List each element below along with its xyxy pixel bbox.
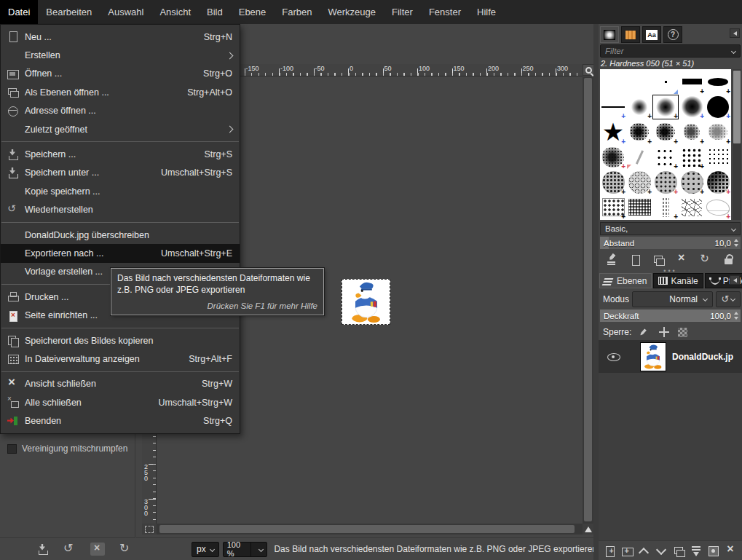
menu-ansicht[interactable]: Ansicht: [151, 0, 199, 24]
navigation-preview-button[interactable]: [583, 524, 593, 535]
edit-brush-icon[interactable]: [606, 253, 618, 266]
vertical-scrollbar[interactable]: [583, 76, 593, 524]
brush-solid[interactable]: +: [705, 95, 731, 120]
spacing-slider[interactable]: Abstand 10,0: [600, 237, 741, 249]
menu-item-speichern-unter[interactable]: Speichern unter ...Umschalt+Strg+S: [1, 164, 240, 182]
menu-farben[interactable]: Farben: [274, 0, 320, 24]
help-tab[interactable]: [663, 26, 682, 43]
lock-position-icon[interactable]: [659, 327, 669, 337]
new-layer-icon[interactable]: [604, 545, 616, 557]
menu-item-exportieren-nach[interactable]: Exportieren nach ...Umschalt+Strg+E: [1, 244, 240, 262]
brush-scatter1[interactable]: +: [652, 145, 679, 170]
mode-dropdown[interactable]: Normal: [632, 291, 713, 307]
menu-fenster[interactable]: Fenster: [421, 0, 469, 24]
menu-item-als-ebenen-öffnen[interactable]: Als Ebenen öffnen ...Strg+Alt+O: [1, 83, 240, 101]
menu-item-in-dateiverwaltung-anzeigen[interactable]: In Dateiverwaltung anzeigenStrg+Alt+F: [1, 350, 240, 368]
menu-werkzeuge[interactable]: Werkzeuge: [320, 0, 384, 24]
brush-twigs[interactable]: [679, 195, 705, 221]
menu-item-zuletzt-geöffnet[interactable]: Zuletzt geöffnet: [1, 120, 240, 138]
menu-auswahl[interactable]: Auswahl: [100, 0, 151, 24]
layer-thumbnail[interactable]: [640, 342, 666, 371]
menu-item-kopie-speichern[interactable]: Kopie speichern ...: [1, 182, 240, 200]
brush-soft2-selected[interactable]: +: [652, 95, 679, 120]
horizontal-scrollbar[interactable]: [157, 524, 583, 535]
brush-blob[interactable]: +: [600, 145, 626, 170]
brush-animal[interactable]: +: [705, 195, 731, 221]
shrink-merged-option[interactable]: Vereinigung mitschrumpfen: [7, 443, 127, 454]
spinner-icon[interactable]: [734, 312, 738, 320]
menu-item-beenden[interactable]: BeendenStrg+Q: [1, 411, 240, 430]
brush-square2[interactable]: [626, 195, 652, 221]
zoom-follow-window-button[interactable]: [583, 64, 594, 76]
canvas-image-donaldduck[interactable]: [342, 279, 390, 325]
spinner-icon[interactable]: [734, 239, 738, 247]
add-layer-mask-icon[interactable]: [707, 545, 719, 557]
merge-down-icon[interactable]: [690, 545, 703, 557]
brush-splat3[interactable]: +: [679, 119, 705, 145]
menu-item-speichern[interactable]: Speichern ...Strg+S: [1, 145, 240, 163]
duplicate-brush-icon[interactable]: [652, 253, 665, 266]
brushes-tab[interactable]: [600, 26, 619, 43]
open-brush-as-image-icon[interactable]: [722, 253, 735, 266]
new-brush-icon[interactable]: [629, 253, 642, 266]
brush-cell1[interactable]: +: [600, 170, 626, 195]
layer-name[interactable]: DonaldDuck.jp: [672, 352, 733, 362]
dock-menu-button[interactable]: [730, 28, 740, 38]
menu-filter[interactable]: Filter: [384, 0, 421, 24]
menu-item-wiederherstellen[interactable]: Wiederherstellen: [1, 201, 240, 219]
fonts-tab[interactable]: [642, 26, 661, 43]
brush-cell2[interactable]: +: [626, 170, 652, 195]
mode-switch-button[interactable]: ↺: [716, 291, 741, 307]
brush-scatter3[interactable]: [705, 145, 731, 170]
new-layer-group-icon[interactable]: [621, 545, 634, 557]
checkbox-icon[interactable]: [7, 444, 17, 454]
brush-dot[interactable]: [652, 69, 679, 95]
menu-ebene[interactable]: Ebene: [231, 0, 275, 24]
raise-layer-icon[interactable]: [638, 545, 650, 557]
menu-item-adresse-öffnen[interactable]: Adresse öffnen ...: [1, 102, 240, 120]
menu-item-öffnen[interactable]: Öffnen ...Strg+O: [1, 65, 240, 83]
lower-layer-icon[interactable]: [655, 545, 668, 557]
patterns-tab[interactable]: [621, 26, 640, 43]
brush-splat2[interactable]: +: [652, 119, 679, 145]
brush-soft3[interactable]: +: [679, 95, 705, 120]
visibility-eye-icon[interactable]: [607, 352, 620, 361]
lock-pixels-icon[interactable]: [640, 327, 650, 337]
zoom-dropdown[interactable]: 100 %: [223, 542, 268, 557]
brush-cell3[interactable]: +: [652, 170, 679, 195]
brush-star[interactable]: +: [600, 119, 626, 145]
brush-soft1[interactable]: +: [626, 95, 652, 120]
dock-divider[interactable]: [593, 24, 599, 560]
menu-datei[interactable]: Datei: [0, 0, 38, 24]
brush-square1[interactable]: +: [600, 195, 626, 221]
brush-scatter2[interactable]: +: [679, 145, 705, 170]
brush-ellipse[interactable]: +: [705, 69, 731, 95]
brush-empty[interactable]: [600, 69, 626, 95]
unit-dropdown[interactable]: px: [192, 542, 219, 557]
opacity-slider[interactable]: Deckkraft 100,0: [600, 309, 741, 322]
brush-stroke[interactable]: [626, 145, 652, 170]
delete-layer-icon[interactable]: [725, 545, 737, 557]
lock-alpha-icon[interactable]: [678, 328, 687, 337]
brush-cell5[interactable]: +: [705, 170, 731, 195]
brush-grid-scrollbar[interactable]: [733, 69, 741, 220]
menu-bearbeiten[interactable]: Bearbeiten: [38, 0, 100, 24]
delete-tool-preset-icon[interactable]: [90, 543, 105, 556]
restore-tool-preset-icon[interactable]: [63, 543, 76, 556]
brush-cell4[interactable]: +: [679, 170, 705, 195]
refresh-brushes-icon[interactable]: [699, 253, 711, 266]
brush-bar[interactable]: +: [679, 69, 705, 95]
brush-line[interactable]: +: [600, 95, 626, 120]
menu-item-ansicht-schließen[interactable]: Ansicht schließenStrg+W: [1, 375, 240, 393]
brush-scrollbar-thumb[interactable]: [733, 71, 741, 143]
vertical-scrollbar-thumb[interactable]: [584, 78, 592, 521]
save-tool-preset-icon[interactable]: [36, 543, 49, 556]
menu-item-speicherort-des-bildes-kopieren[interactable]: Speicherort des Bildes kopieren: [1, 331, 240, 350]
brush-splat4[interactable]: +: [705, 119, 731, 145]
duplicate-layer-icon[interactable]: [673, 545, 685, 557]
menu-item-erstellen[interactable]: Erstellen: [1, 46, 240, 64]
menu-item-donaldduck-jpg-überschreiben[interactable]: DonaldDuck.jpg überschreiben: [1, 226, 240, 244]
menu-bild[interactable]: Bild: [199, 0, 231, 24]
brush-filter-input[interactable]: Filter: [600, 44, 741, 58]
reset-tool-options-icon[interactable]: [119, 543, 132, 556]
